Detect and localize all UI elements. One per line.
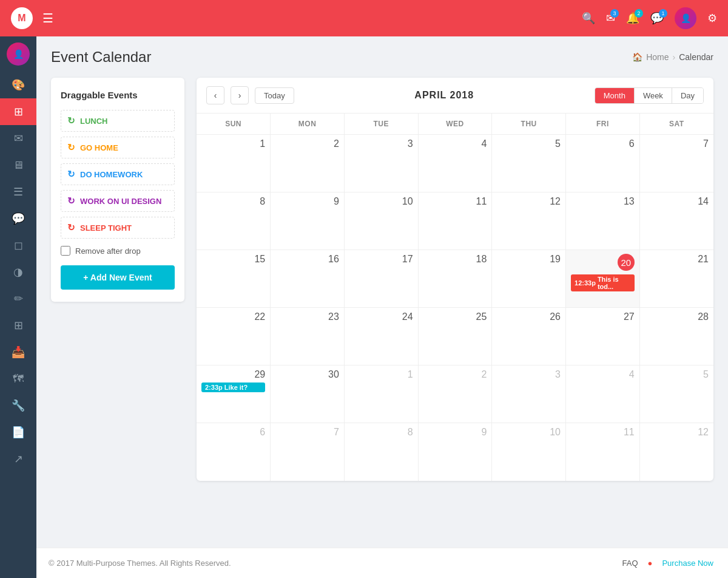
calendar-cell-w3-d2[interactable]: 24 <box>344 308 418 365</box>
day-number: 3 <box>497 369 561 380</box>
calendar-cell-w3-d3[interactable]: 25 <box>418 308 492 365</box>
faq-link[interactable]: FAQ <box>622 559 638 568</box>
col-fri: FRI <box>566 114 640 135</box>
calendar-cell-w2-d1[interactable]: 16 <box>271 250 345 308</box>
calendar-cell-w5-d6[interactable]: 12 <box>639 423 713 481</box>
event-item-homework[interactable]: ↻ DO HOMEWORK <box>61 163 175 185</box>
calendar-cell-w1-d3[interactable]: 11 <box>418 192 492 250</box>
calendar-cell-w4-d3[interactable]: 2 <box>418 365 492 423</box>
message-icon[interactable]: 💬 1 <box>650 12 664 25</box>
calendar-cell-w4-d6[interactable]: 5 <box>639 365 713 423</box>
prev-month-button[interactable]: ‹ <box>206 86 224 104</box>
calendar-cell-w5-d2[interactable]: 8 <box>344 423 418 481</box>
day-number: 7 <box>645 138 709 149</box>
day-number: 4 <box>571 369 635 380</box>
mail-icon[interactable]: ✉ 3 <box>606 12 615 25</box>
settings-icon[interactable]: ⚙ <box>707 12 717 25</box>
calendar-cell-w2-d4[interactable]: 19 <box>492 250 566 308</box>
event-item-gohome[interactable]: ↻ GO HOME <box>61 137 175 158</box>
topnav: M ☰ 🔍 ✉ 3 🔔 2 💬 1 👤 ⚙ <box>0 0 728 36</box>
calendar-cell-w1-d0[interactable]: 8 <box>197 192 271 250</box>
footer-right: FAQ ● Purchase Now <box>622 559 713 568</box>
col-mon: MON <box>271 114 345 135</box>
calendar-cell-w5-d3[interactable]: 9 <box>418 423 492 481</box>
msg-badge: 1 <box>659 9 667 18</box>
calendar-cell-w0-d0[interactable]: 1 <box>197 135 271 192</box>
calendar-cell-w4-d4[interactable]: 3 <box>492 365 566 423</box>
calendar-cell-w0-d2[interactable]: 3 <box>344 135 418 192</box>
purchase-link[interactable]: Purchase Now <box>662 559 713 568</box>
event-item-lunch[interactable]: ↻ LUNCH <box>61 110 175 132</box>
day-number: 10 <box>497 427 561 438</box>
calendar-cell-w4-d5[interactable]: 4 <box>566 365 640 423</box>
calendar-cell-w1-d1[interactable]: 9 <box>271 192 345 250</box>
calendar-event[interactable]: 2:33p Like it? <box>201 382 265 392</box>
app-logo[interactable]: M <box>11 7 33 29</box>
calendar-cell-w1-d6[interactable]: 14 <box>639 192 713 250</box>
day-number: 9 <box>275 196 339 207</box>
sidebar-item-list[interactable]: ☰ <box>0 178 36 205</box>
calendar-cell-w5-d1[interactable]: 7 <box>271 423 345 481</box>
breadcrumb: 🏠 Home › Calendar <box>632 52 713 62</box>
calendar-cell-w1-d5[interactable]: 13 <box>566 192 640 250</box>
sidebar-item-mail[interactable]: ✉ <box>0 125 36 152</box>
avatar[interactable]: 👤 <box>675 7 696 29</box>
today-button[interactable]: Today <box>255 87 294 104</box>
sidebar-item-map[interactable]: 🗺 <box>0 365 36 392</box>
calendar-cell-w3-d6[interactable]: 28 <box>639 308 713 365</box>
sidebar-item-chat[interactable]: 💬 <box>0 205 36 232</box>
sidebar-item-tools[interactable]: 🔧 <box>0 392 36 419</box>
calendar-cell-w1-d4[interactable]: 12 <box>492 192 566 250</box>
breadcrumb-home[interactable]: Home <box>646 52 669 62</box>
sidebar-item-palette[interactable]: 🎨 <box>0 72 36 98</box>
calendar-cell-w5-d5[interactable]: 11 <box>566 423 640 481</box>
add-event-button[interactable]: + Add New Event <box>61 265 175 290</box>
calendar-cell-w2-d6[interactable]: 21 <box>639 250 713 308</box>
sidebar-item-edit[interactable]: ✏ <box>0 285 36 312</box>
next-month-button[interactable]: › <box>231 86 249 104</box>
view-month-button[interactable]: Month <box>595 88 635 103</box>
calendar-cell-w2-d3[interactable]: 18 <box>418 250 492 308</box>
calendar-cell-w3-d5[interactable]: 27 <box>566 308 640 365</box>
calendar-cell-w3-d0[interactable]: 22 <box>197 308 271 365</box>
day-number: 15 <box>201 254 265 265</box>
calendar-cell-w0-d5[interactable]: 6 <box>566 135 640 192</box>
day-number: 22 <box>201 311 265 322</box>
calendar-cell-w2-d0[interactable]: 15 <box>197 250 271 308</box>
view-week-button[interactable]: Week <box>635 88 672 103</box>
sidebar-item-grid[interactable]: ⊞ <box>0 98 36 125</box>
event-icon-homework: ↻ <box>67 169 75 180</box>
calendar-cell-w4-d1[interactable]: 30 <box>271 365 345 423</box>
sidebar-item-pie[interactable]: ◑ <box>0 259 36 285</box>
sidebar-item-file[interactable]: 📄 <box>0 419 36 446</box>
search-icon[interactable]: 🔍 <box>582 12 595 25</box>
calendar-cell-w2-d2[interactable]: 17 <box>344 250 418 308</box>
sidebar-item-inbox[interactable]: 📥 <box>0 339 36 365</box>
calendar-cell-w4-d2[interactable]: 1 <box>344 365 418 423</box>
bell-icon[interactable]: 🔔 2 <box>626 12 639 25</box>
calendar-cell-w2-d5[interactable]: 2012:33p This is tod... <box>566 250 640 308</box>
event-item-uiwork[interactable]: ↻ WORK ON UI DESIGN <box>61 190 175 212</box>
sidebar-item-monitor[interactable]: 🖥 <box>0 152 36 178</box>
calendar-cell-w5-d0[interactable]: 6 <box>197 423 271 481</box>
view-day-button[interactable]: Day <box>672 88 703 103</box>
calendar-cell-w0-d3[interactable]: 4 <box>418 135 492 192</box>
calendar-event[interactable]: 12:33p This is tod... <box>571 274 635 291</box>
sidebar-avatar[interactable]: 👤 <box>7 42 30 66</box>
calendar-cell-w0-d1[interactable]: 2 <box>271 135 345 192</box>
remove-after-drop-checkbox[interactable] <box>61 246 70 256</box>
calendar-cell-w3-d4[interactable]: 26 <box>492 308 566 365</box>
calendar-cell-w5-d4[interactable]: 10 <box>492 423 566 481</box>
col-tue: TUE <box>344 114 418 135</box>
calendar-cell-w0-d4[interactable]: 5 <box>492 135 566 192</box>
calendar-cell-w4-d0[interactable]: 292:33p Like it? <box>197 365 271 423</box>
sidebar-item-table[interactable]: ⊞ <box>0 312 36 339</box>
hamburger-icon[interactable]: ☰ <box>42 11 53 25</box>
topnav-left: M ☰ <box>11 7 53 29</box>
sidebar-item-shape[interactable]: ◻ <box>0 232 36 259</box>
calendar-cell-w3-d1[interactable]: 23 <box>271 308 345 365</box>
sidebar-item-share[interactable]: ↗ <box>0 446 36 472</box>
calendar-cell-w0-d6[interactable]: 7 <box>639 135 713 192</box>
calendar-cell-w1-d2[interactable]: 10 <box>344 192 418 250</box>
event-item-sleep[interactable]: ↻ SLEEP TIGHT <box>61 217 175 239</box>
